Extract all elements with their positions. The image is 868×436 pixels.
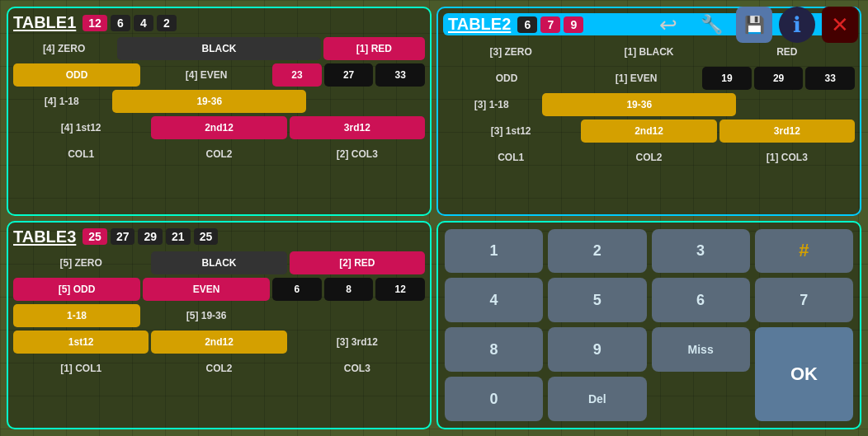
table2-col1: COL1 — [443, 152, 578, 163]
table3-col2: COL2 — [151, 363, 286, 374]
table3-header: TABLE3 25 27 29 21 25 — [13, 227, 425, 246]
table3-title: TABLE3 — [13, 227, 76, 246]
table1-row5: COL1 COL2 [2] COL3 — [13, 143, 425, 166]
table3-col1: [1] COL1 — [13, 363, 149, 374]
close-button[interactable]: ✕ — [822, 7, 858, 43]
table2-badge-2: 9 — [564, 16, 583, 33]
table3-1st12: 1st12 — [13, 331, 149, 354]
table2-odd: ODD — [443, 67, 570, 90]
table1-zero: [4] ZERO — [13, 37, 115, 60]
table1-title: TABLE1 — [13, 13, 76, 32]
table2-num29: 29 — [754, 67, 804, 90]
numpad-6[interactable]: 6 — [652, 278, 750, 322]
table1-col1: COL1 — [13, 148, 149, 160]
table2-2nd12: 2nd12 — [581, 120, 716, 143]
table3-red: [2] RED — [290, 251, 425, 274]
table3-badge-1: 27 — [111, 228, 135, 245]
table3-row3: 1-18 [5] 19-36 — [13, 304, 425, 327]
table2-even: [1] EVEN — [573, 67, 700, 90]
table3-num12: 12 — [375, 278, 425, 301]
table3-panel: TABLE3 25 27 29 21 25 [5] ZERO BLACK [2]… — [7, 221, 432, 430]
table1-row3: [4] 1-18 19-36 — [13, 90, 425, 113]
table3-3rd12: [3] 3rd12 — [290, 331, 425, 354]
table1-panel: TABLE1 12 6 4 2 [4] ZERO BLACK [1] RED O… — [7, 7, 432, 216]
table3-black: BLACK — [151, 251, 286, 274]
table1-row2: ODD [4] EVEN 23 27 33 — [13, 63, 425, 87]
table2-num19: 19 — [702, 67, 752, 90]
table3-row5: [1] COL1 COL2 COL3 — [13, 357, 425, 380]
table3-1936: [5] 19-36 — [143, 304, 270, 327]
table2-row2: ODD [1] EVEN 19 29 33 — [443, 67, 855, 90]
table3-badge-3: 21 — [166, 228, 191, 245]
table1-even: [4] EVEN — [143, 63, 270, 87]
numpad-hash[interactable]: # — [755, 229, 853, 274]
table1-row1: [4] ZERO BLACK [1] RED — [13, 37, 425, 60]
table3-row4: 1st12 2nd12 [3] 3rd12 — [13, 331, 425, 354]
numpad-4[interactable]: 4 — [445, 278, 543, 322]
table1-header: TABLE1 12 6 4 2 — [13, 13, 425, 32]
top-bar: ↩ 🔧 💾 ℹ ✕ — [640, 0, 868, 49]
table2-badge-1: 7 — [540, 16, 560, 33]
table1-118: [4] 1-18 — [13, 90, 110, 113]
table3-2nd12: 2nd12 — [151, 331, 286, 354]
numpad-8[interactable]: 8 — [445, 327, 543, 372]
table1-badge-2: 4 — [134, 15, 153, 31]
numpad-0[interactable]: 0 — [445, 377, 543, 421]
table1-1936: 19-36 — [112, 90, 306, 113]
table1-badge-3: 2 — [157, 15, 177, 31]
table3-row2: [5] ODD EVEN 6 8 12 — [13, 278, 425, 301]
save-button[interactable]: 💾 — [736, 7, 772, 43]
table2-3rd12: 3rd12 — [719, 120, 855, 143]
table1-row4: [4] 1st12 2nd12 3rd12 — [13, 116, 425, 139]
table1-badge-0: 12 — [83, 15, 107, 31]
table1-num27: 27 — [324, 63, 374, 87]
numpad-panel: 1 2 3 # 4 5 6 7 8 9 OK Miss 0 Del — [436, 221, 861, 430]
table2-1936: 19-36 — [542, 93, 736, 116]
table2-col2: COL2 — [581, 152, 716, 163]
info-button[interactable]: ℹ — [779, 7, 815, 43]
table3-118: 1-18 — [13, 304, 140, 327]
table2-1st12: [3] 1st12 — [443, 120, 578, 143]
table1-col3: [2] COL3 — [290, 148, 425, 160]
table3-even: EVEN — [143, 278, 270, 301]
table3-row1: [5] ZERO BLACK [2] RED — [13, 251, 425, 274]
table2-title: TABLE2 — [448, 15, 511, 34]
table3-badge-2: 29 — [138, 228, 163, 245]
numpad-del[interactable]: Del — [548, 377, 646, 421]
numpad-1[interactable]: 1 — [445, 229, 543, 274]
numpad-ok[interactable]: OK — [755, 327, 853, 421]
table1-2nd12: 2nd12 — [151, 116, 286, 139]
table1-badge-1: 6 — [111, 15, 130, 31]
table3-zero: [5] ZERO — [13, 251, 149, 274]
table3-badge-0: 25 — [83, 228, 107, 245]
numpad-5[interactable]: 5 — [548, 278, 646, 322]
table2-num33: 33 — [805, 67, 855, 90]
table2-col3: [1] COL3 — [719, 152, 855, 163]
table1-3rd12: 3rd12 — [290, 116, 425, 139]
table2-118: [3] 1-18 — [443, 93, 540, 116]
table3-col3: COL3 — [290, 363, 425, 374]
numpad-2[interactable]: 2 — [548, 229, 646, 274]
table3-badge-4: 25 — [194, 228, 219, 245]
table3-num6: 6 — [272, 278, 322, 301]
table1-num33: 33 — [375, 63, 425, 87]
table3-odd: [5] ODD — [13, 278, 140, 301]
main-grid: TABLE1 12 6 4 2 [4] ZERO BLACK [1] RED O… — [7, 7, 861, 429]
table1-num23: 23 — [272, 63, 322, 87]
table3-num8: 8 — [324, 278, 374, 301]
table2-row3: [3] 1-18 19-36 — [443, 93, 855, 116]
table1-red: [1] RED — [323, 37, 425, 60]
numpad-7[interactable]: 7 — [755, 278, 853, 322]
table1-1st12: [4] 1st12 — [13, 116, 149, 139]
table2-row5: COL1 COL2 [1] COL3 — [443, 146, 855, 169]
table2-zero: [3] ZERO — [443, 40, 578, 63]
table1-odd: ODD — [13, 63, 140, 87]
table1-col2: COL2 — [151, 148, 286, 160]
table2-row4: [3] 1st12 2nd12 3rd12 — [443, 120, 855, 143]
table2-badge-0: 6 — [517, 16, 537, 33]
numpad-9[interactable]: 9 — [548, 327, 646, 372]
numpad-3[interactable]: 3 — [652, 229, 750, 274]
wrench-button[interactable]: 🔧 — [693, 7, 729, 43]
back-button[interactable]: ↩ — [650, 7, 686, 43]
numpad-miss[interactable]: Miss — [652, 327, 750, 372]
